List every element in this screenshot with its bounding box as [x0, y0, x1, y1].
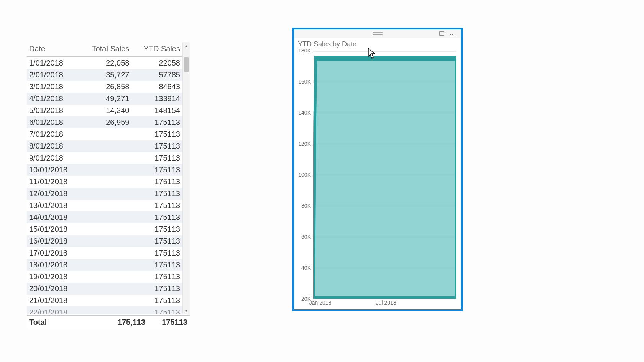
data-table: Date Total Sales YTD Sales 1/01/201822,0…: [27, 42, 182, 314]
cell-ytd-sales: 175113: [131, 211, 182, 223]
cell-ytd-sales: 175113: [131, 306, 182, 314]
chart-visual[interactable]: ⋯ YTD Sales by Date 180K160K140K120K100K…: [292, 28, 463, 311]
plot-area[interactable]: [313, 51, 456, 299]
table-total-row: Total 175,113 175113: [27, 315, 190, 329]
total-label: Total: [29, 318, 107, 327]
table-row[interactable]: 20/01/2018175113: [27, 283, 182, 295]
cell-ytd-sales: 175113: [131, 295, 182, 306]
cell-total-sales: [80, 211, 131, 223]
cell-total-sales: [80, 176, 131, 188]
area-series[interactable]: [314, 58, 456, 299]
cell-date: 13/01/2018: [27, 200, 80, 211]
table-scroll-area: Date Total Sales YTD Sales 1/01/201822,0…: [27, 42, 182, 314]
cell-total-sales: [80, 306, 131, 314]
cell-total-sales: [80, 235, 131, 247]
table-row[interactable]: 11/01/2018175113: [27, 176, 182, 188]
x-tick-label: Jan 2018: [309, 300, 332, 306]
cell-ytd-sales: 57785: [131, 69, 182, 81]
table-row[interactable]: 17/01/2018175113: [27, 247, 182, 259]
table-row[interactable]: 18/01/2018175113: [27, 259, 182, 271]
cell-date: 18/01/2018: [27, 259, 80, 271]
cell-ytd-sales: 84643: [131, 81, 182, 93]
cell-date: 15/01/2018: [27, 223, 80, 235]
svg-rect-0: [440, 32, 444, 35]
cell-date: 8/01/2018: [27, 140, 80, 152]
cell-ytd-sales: 22058: [131, 57, 182, 69]
total-ytd-sales: 175113: [149, 318, 187, 327]
cell-ytd-sales: 175113: [131, 176, 182, 188]
x-axis: Jan 2018Jul 2018: [313, 300, 456, 307]
table-row[interactable]: 22/01/2018175113: [27, 306, 182, 314]
cell-date: 6/01/2018: [27, 116, 80, 128]
cell-date: 5/01/2018: [27, 105, 80, 116]
cell-date: 20/01/2018: [27, 283, 80, 295]
table-row[interactable]: 1/01/201822,05822058: [27, 57, 182, 69]
col-total-sales[interactable]: Total Sales: [80, 42, 131, 57]
cell-total-sales: [80, 223, 131, 235]
cell-total-sales: [80, 247, 131, 259]
chart-body: 180K160K140K120K100K80K60K40K20K Jan 201…: [294, 49, 461, 309]
cell-ytd-sales: 175113: [131, 235, 182, 247]
cell-total-sales: [80, 188, 131, 200]
cell-total-sales: 22,058: [80, 57, 131, 69]
cell-date: 2/01/2018: [27, 69, 80, 81]
cell-date: 11/01/2018: [27, 176, 80, 188]
table-visual[interactable]: Date Total Sales YTD Sales 1/01/201822,0…: [27, 42, 190, 314]
y-tick-label: 40K: [301, 265, 311, 271]
table-row[interactable]: 8/01/2018175113: [27, 140, 182, 152]
drag-grip-icon[interactable]: [373, 32, 383, 35]
table-row[interactable]: 13/01/2018175113: [27, 200, 182, 211]
x-tick-label: Jul 2018: [376, 300, 396, 306]
table-row[interactable]: 16/01/2018175113: [27, 235, 182, 247]
chart-header[interactable]: ⋯: [294, 29, 461, 38]
cell-ytd-sales: 175113: [131, 271, 182, 283]
table-row[interactable]: 2/01/201835,72757785: [27, 69, 182, 81]
chart-title: YTD Sales by Date: [294, 38, 461, 49]
cell-ytd-sales: 175113: [131, 200, 182, 211]
y-axis: 180K160K140K120K100K80K60K40K20K: [294, 51, 313, 299]
table-header-row[interactable]: Date Total Sales YTD Sales: [27, 42, 182, 57]
cell-total-sales: 14,240: [80, 105, 131, 116]
cell-date: 4/01/2018: [27, 93, 80, 105]
cell-total-sales: [80, 140, 131, 152]
table-row[interactable]: 10/01/2018175113: [27, 164, 182, 176]
cell-total-sales: [80, 152, 131, 164]
table-row[interactable]: 19/01/2018175113: [27, 271, 182, 283]
scrollbar-down-arrow[interactable]: ▾: [183, 307, 190, 314]
scrollbar-up-arrow[interactable]: ▴: [183, 42, 190, 49]
y-tick-label: 140K: [298, 110, 311, 116]
cell-date: 10/01/2018: [27, 164, 80, 176]
cell-total-sales: [80, 271, 131, 283]
cell-date: 19/01/2018: [27, 271, 80, 283]
table-row[interactable]: 15/01/2018175113: [27, 223, 182, 235]
cell-date: 21/01/2018: [27, 295, 80, 306]
cell-ytd-sales: 175113: [131, 164, 182, 176]
y-tick-label: 80K: [301, 203, 311, 209]
cell-ytd-sales: 175113: [131, 283, 182, 295]
focus-mode-icon[interactable]: [439, 31, 445, 38]
cell-ytd-sales: 148154: [131, 105, 182, 116]
table-row[interactable]: 14/01/2018175113: [27, 211, 182, 223]
table-row[interactable]: 4/01/201849,271133914: [27, 93, 182, 105]
scrollbar-thumb[interactable]: [184, 57, 189, 72]
cell-date: 3/01/2018: [27, 81, 80, 93]
col-date[interactable]: Date: [27, 42, 80, 57]
cell-ytd-sales: 133914: [131, 93, 182, 105]
table-row[interactable]: 12/01/2018175113: [27, 188, 182, 200]
cell-total-sales: 26,959: [80, 116, 131, 128]
y-tick-label: 160K: [298, 79, 311, 85]
table-row[interactable]: 21/01/2018175113: [27, 295, 182, 306]
table-row[interactable]: 9/01/2018175113: [27, 152, 182, 164]
cell-ytd-sales: 175113: [131, 247, 182, 259]
cell-total-sales: [80, 164, 131, 176]
table-row[interactable]: 7/01/2018175113: [27, 128, 182, 140]
col-ytd-sales[interactable]: YTD Sales: [131, 42, 182, 57]
table-row[interactable]: 3/01/201826,85884643: [27, 81, 182, 93]
more-options-icon[interactable]: ⋯: [449, 30, 457, 39]
cell-ytd-sales: 175113: [131, 152, 182, 164]
cell-ytd-sales: 175113: [131, 223, 182, 235]
cell-ytd-sales: 175113: [131, 140, 182, 152]
table-row[interactable]: 5/01/201814,240148154: [27, 105, 182, 116]
table-row[interactable]: 6/01/201826,959175113: [27, 116, 182, 128]
table-scrollbar[interactable]: ▴ ▾: [182, 42, 190, 314]
